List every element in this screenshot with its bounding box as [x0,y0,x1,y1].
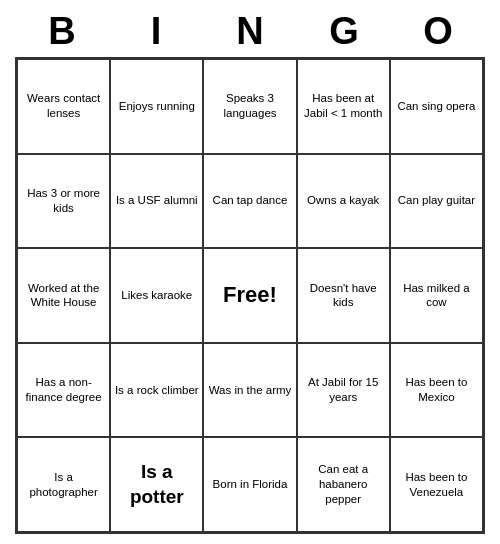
bingo-cell-2: Speaks 3 languages [203,59,296,154]
bingo-cell-7: Can tap dance [203,154,296,249]
bingo-cell-15: Has a non-finance degree [17,343,110,438]
bingo-title: B I N G O [15,10,485,53]
bingo-cell-24: Has been to Venezuela [390,437,483,532]
bingo-cell-9: Can play guitar [390,154,483,249]
bingo-cell-20: Is a photographer [17,437,110,532]
bingo-cell-13: Doesn't have kids [297,248,390,343]
letter-b: B [18,10,106,53]
bingo-cell-8: Owns a kayak [297,154,390,249]
bingo-cell-6: Is a USF alumni [110,154,203,249]
bingo-cell-5: Has 3 or more kids [17,154,110,249]
bingo-cell-17: Was in the army [203,343,296,438]
bingo-cell-23: Can eat a habanero pepper [297,437,390,532]
bingo-cell-12: Free! [203,248,296,343]
bingo-cell-0: Wears contact lenses [17,59,110,154]
bingo-cell-14: Has milked a cow [390,248,483,343]
bingo-cell-21: Is a potter [110,437,203,532]
letter-g: G [300,10,388,53]
bingo-cell-16: Is a rock climber [110,343,203,438]
letter-o: O [394,10,482,53]
bingo-cell-18: At Jabil for 15 years [297,343,390,438]
bingo-cell-22: Born in Florida [203,437,296,532]
bingo-grid: Wears contact lensesEnjoys runningSpeaks… [15,57,485,534]
bingo-cell-19: Has been to Mexico [390,343,483,438]
bingo-cell-11: Likes karaoke [110,248,203,343]
bingo-cell-3: Has been at Jabil < 1 month [297,59,390,154]
bingo-cell-1: Enjoys running [110,59,203,154]
bingo-cell-4: Can sing opera [390,59,483,154]
letter-i: I [112,10,200,53]
bingo-cell-10: Worked at the White House [17,248,110,343]
letter-n: N [206,10,294,53]
